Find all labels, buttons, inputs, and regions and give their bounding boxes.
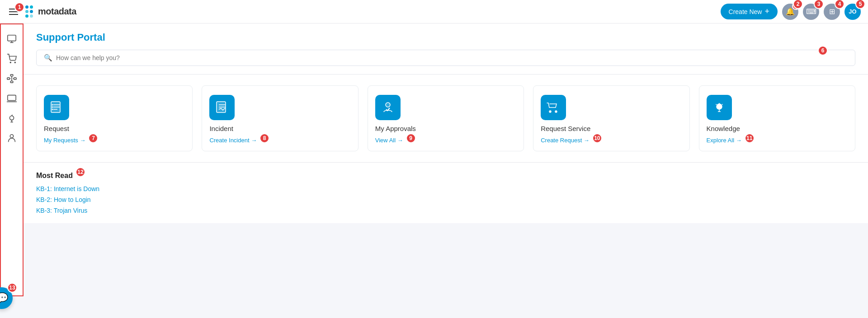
svg-point-30: [717, 104, 722, 109]
card-request-title: Request: [44, 125, 69, 132]
annotation-1: 1: [14, 2, 24, 12]
knowledge-icon: [707, 95, 732, 120]
card-request-service: Request Service Create Request → 10: [533, 85, 689, 151]
sidebar: [0, 23, 24, 296]
svg-point-13: [9, 116, 14, 120]
svg-rect-8: [14, 78, 17, 80]
sidebar-item-knowledge[interactable]: [3, 109, 21, 127]
card-incident: Incident Create Incident → 8: [202, 85, 358, 151]
user-initials: JO: [849, 8, 856, 15]
request-service-icon: [541, 95, 566, 120]
cards-section: Request My Requests → 7 Incident Create …: [24, 75, 868, 163]
incident-icon: [209, 95, 235, 120]
sidebar-item-network[interactable]: [3, 70, 21, 88]
user-avatar-button[interactable]: JO 5: [844, 4, 861, 20]
card-knowledge: Knowledge Explore All → 11: [699, 85, 855, 151]
svg-line-34: [716, 104, 717, 105]
svg-rect-12: [8, 95, 16, 101]
view-all-link[interactable]: View All → 9: [375, 137, 403, 144]
plus-icon: +: [764, 7, 769, 16]
annotation-10: 10: [592, 133, 602, 143]
portal-header: Support Portal 🔍 6: [24, 23, 868, 75]
most-read-item-3[interactable]: KB-3: Trojan Virus: [36, 207, 855, 214]
search-icon: 🔍: [44, 54, 52, 62]
svg-point-4: [14, 62, 15, 63]
svg-rect-5: [10, 75, 13, 76]
card-request: Request My Requests → 7: [36, 85, 193, 151]
svg-point-22: [52, 107, 53, 108]
create-new-label: Create New: [729, 8, 762, 15]
svg-point-27: [386, 103, 390, 107]
svg-point-21: [52, 104, 53, 106]
svg-point-16: [10, 135, 13, 138]
grid-button[interactable]: ⊞ 4: [824, 4, 840, 20]
logo-text: motadata: [38, 6, 76, 17]
create-new-button[interactable]: Create New +: [721, 4, 778, 19]
top-navigation: 1 motadata Create New + 🔔 1 2 ⌨ 3: [0, 0, 868, 23]
sidebar-item-cart[interactable]: [3, 50, 21, 68]
svg-rect-7: [7, 78, 9, 80]
nav-left: 1 motadata: [7, 5, 76, 18]
hamburger-button[interactable]: 1: [7, 7, 20, 17]
card-incident-title: Incident: [209, 125, 233, 132]
annotation-5: 5: [855, 0, 865, 9]
create-incident-link[interactable]: Create Incident → 8: [209, 137, 257, 144]
card-service-title: Request Service: [541, 125, 590, 132]
svg-line-35: [722, 104, 723, 105]
annotation-12: 12: [75, 167, 85, 177]
most-read-item-2[interactable]: KB-2: How to Login: [36, 196, 855, 203]
svg-point-29: [555, 111, 557, 112]
request-icon: [44, 95, 69, 120]
search-input[interactable]: [56, 54, 848, 61]
annotation-8: 8: [259, 133, 269, 143]
portal-title: Support Portal: [36, 32, 855, 43]
notification-button[interactable]: 🔔 1 2: [782, 4, 798, 20]
svg-point-3: [10, 62, 11, 63]
most-read-section: Most Read 12 KB-1: Internet is Down KB-2…: [24, 163, 868, 223]
content-area: Support Portal 🔍 6 Request My Requests →: [24, 23, 868, 296]
card-knowledge-title: Knowledge: [707, 125, 740, 132]
card-approvals-title: My Approvals: [375, 125, 416, 132]
most-read-item-1[interactable]: KB-1: Internet is Down: [36, 185, 855, 192]
annotation-3: 3: [814, 0, 824, 9]
annotation-4: 4: [835, 0, 844, 9]
search-bar: 🔍 6: [36, 50, 855, 66]
logo-dots: [25, 5, 35, 18]
sidebar-item-monitor[interactable]: [3, 30, 21, 48]
sidebar-item-laptop[interactable]: [3, 89, 21, 108]
explore-all-link[interactable]: Explore All → 11: [707, 137, 742, 144]
card-my-approvals: My Approvals View All → 9: [368, 85, 524, 151]
main-layout: Support Portal 🔍 6 Request My Requests →: [0, 23, 868, 296]
logo: motadata: [25, 5, 76, 18]
cards-grid: Request My Requests → 7 Incident Create …: [36, 85, 855, 151]
my-approvals-icon: [375, 95, 401, 120]
notification-badge: 1: [792, 2, 800, 10]
nav-right: Create New + 🔔 1 2 ⌨ 3 ⊞ 4 JO 5: [721, 4, 861, 20]
annotation-9: 9: [406, 133, 416, 143]
most-read-list: KB-1: Internet is Down KB-2: How to Logi…: [36, 185, 855, 214]
svg-rect-0: [8, 35, 16, 41]
svg-rect-6: [10, 81, 13, 83]
sidebar-item-person[interactable]: [3, 129, 21, 147]
most-read-title: Most Read 12: [36, 172, 73, 180]
annotation-11: 11: [745, 133, 755, 143]
svg-point-23: [52, 109, 53, 110]
svg-point-28: [549, 111, 551, 112]
keyboard-button[interactable]: ⌨ 3: [803, 4, 819, 20]
annotation-7: 7: [88, 133, 98, 143]
create-request-link[interactable]: Create Request → 10: [541, 137, 590, 144]
my-requests-link[interactable]: My Requests → 7: [44, 137, 85, 144]
